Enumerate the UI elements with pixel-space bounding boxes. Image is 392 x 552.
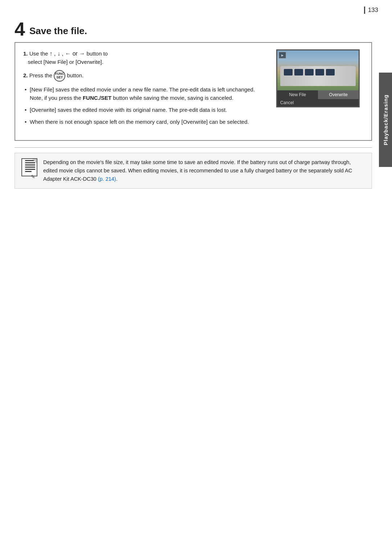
step-1: 1. Use the ↑ , ↓ , ← or → button to sele… <box>23 49 269 66</box>
overwrite-option: Overwrite <box>318 90 359 99</box>
sidebar-tab-label: Playback/Erasing <box>383 94 389 145</box>
note-line-4 <box>25 167 35 168</box>
cancel-option: Cancel <box>277 99 359 106</box>
bullet-space: When there is not enough space left on t… <box>23 118 269 126</box>
train-window <box>326 69 335 75</box>
pencil-icon: ✎ <box>31 174 35 180</box>
note-text-main: Depending on the movie's file size, it m… <box>43 159 352 182</box>
note-line-6 <box>25 171 32 172</box>
step-header: 4 Save the file. <box>15 22 372 38</box>
step-1-prefix: Use the <box>29 50 50 57</box>
note-icon: ✎ <box>21 158 37 176</box>
train-window <box>305 69 314 75</box>
step-2-prefix: Press the <box>29 72 54 78</box>
train-photo: ▶ <box>277 50 359 90</box>
instructions-row: 1. Use the ↑ , ↓ , ← or → button to sele… <box>23 49 363 130</box>
screen-icon: ▶ <box>279 52 286 58</box>
main-content: 4 Save the file. 1. Use the ↑ , ↓ , ← or… <box>15 22 372 552</box>
train-windows <box>280 66 356 75</box>
train-window <box>284 69 293 75</box>
step-2: 2. Press the FUNCSET button. <box>23 70 269 82</box>
note-line-5 <box>25 169 35 170</box>
step-number: 4 <box>15 20 25 38</box>
step-1-num: 1. <box>23 50 28 57</box>
content-box: 1. Use the ↑ , ↓ , ← or → button to sele… <box>15 42 372 141</box>
bullet-overwrite: [Overwrite] saves the edited movie with … <box>23 106 269 114</box>
note-link[interactable]: (p. 214) <box>98 176 116 182</box>
note-box: ✎ Depending on the movie's file size, it… <box>15 153 372 189</box>
train-window <box>315 69 324 75</box>
camera-screen: ▶ New File Overwrite Cancel <box>276 49 360 107</box>
screen-menu-overlay: New File Overwrite Cancel <box>277 90 359 106</box>
menu-row: New File Overwrite <box>277 90 359 99</box>
screen-icon-label: ▶ <box>281 54 283 57</box>
section-divider <box>15 147 372 148</box>
direction-arrows: ↑ , ↓ , ← or → <box>50 50 85 57</box>
func-set-bold: FUNC./SET <box>83 95 111 101</box>
step-title: Save the file. <box>29 25 87 37</box>
new-file-option: New File <box>277 90 318 99</box>
instructions-text: 1. Use the ↑ , ↓ , ← or → button to sele… <box>23 49 269 130</box>
camera-screen-area: ▶ New File Overwrite Cancel <box>276 49 363 130</box>
step-2-num: 2. <box>23 72 28 78</box>
dog-ear <box>32 159 37 163</box>
train-window <box>294 69 303 75</box>
page-number: 133 <box>364 7 378 14</box>
bullet-new-file: [New File] saves the edited movie under … <box>23 85 269 102</box>
func-set-button-icon: FUNCSET <box>54 70 65 82</box>
bullet-list: [New File] saves the edited movie under … <box>23 85 269 126</box>
step-2-suffix: button. <box>67 72 83 78</box>
train-body <box>280 66 356 86</box>
sidebar-tab: Playback/Erasing <box>379 73 392 167</box>
note-line-3 <box>25 164 35 165</box>
note-text: Depending on the movie's file size, it m… <box>43 158 365 184</box>
